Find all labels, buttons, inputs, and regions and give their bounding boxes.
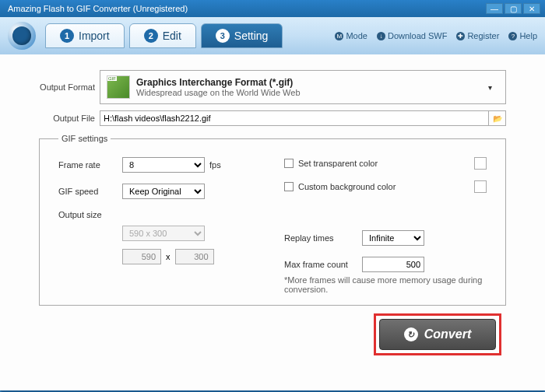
minimize-button[interactable]: — — [486, 3, 503, 14]
gif-speed-label: GIF speed — [58, 187, 122, 196]
width-input[interactable] — [122, 249, 161, 264]
format-desc: Widespread usage on the World Wide Web — [136, 88, 488, 97]
max-frame-input[interactable] — [362, 257, 424, 272]
flash-icon — [12, 26, 31, 45]
tab-strip: 1 Import 2 Edit 3 Setting — [45, 23, 283, 48]
transparent-color-swatch[interactable] — [474, 157, 487, 170]
output-format-selector[interactable]: Graphics Interchange Format (*.gif) Wide… — [100, 70, 506, 104]
transparent-checkbox[interactable] — [284, 159, 294, 168]
menu-register[interactable]: ✚Register — [456, 31, 499, 40]
tab-import[interactable]: 1 Import — [45, 23, 125, 48]
menu-mode[interactable]: MMode — [335, 31, 367, 40]
help-icon: ? — [508, 32, 517, 40]
tab-num-3: 3 — [216, 29, 230, 43]
content-area: Output Format Graphics Interchange Forma… — [0, 54, 545, 390]
output-file-field: 📂 — [100, 110, 506, 126]
convert-highlight: ↻ Convert — [374, 313, 501, 355]
convert-label: Convert — [424, 327, 471, 341]
replay-times-select[interactable]: Infinite — [362, 230, 424, 246]
menu-help[interactable]: ?Help — [508, 31, 537, 40]
custom-bg-checkbox[interactable] — [284, 182, 294, 191]
output-file-input[interactable] — [100, 111, 488, 125]
tab-num-1: 1 — [60, 29, 74, 43]
app-window: Amazing Flash to GIF Converter (Unregist… — [0, 0, 545, 392]
tab-label-import: Import — [79, 30, 110, 42]
tab-setting[interactable]: 3 Setting — [201, 23, 283, 48]
max-frame-label: Max frame count — [284, 260, 362, 269]
menu-right: MMode ↓Download SWF ✚Register ?Help — [335, 31, 537, 40]
custom-bg-color-swatch[interactable] — [474, 180, 487, 193]
fps-unit: fps — [209, 160, 221, 170]
output-size-label: Output size — [58, 210, 122, 219]
frame-rate-label: Frame rate — [58, 160, 122, 170]
output-size-select[interactable]: 590 x 300 — [122, 226, 205, 241]
maximize-button[interactable]: ▢ — [505, 3, 522, 14]
tab-label-edit: Edit — [163, 30, 181, 42]
gif-settings-group: GIF settings Frame rate 8 fps GIF speed … — [39, 134, 506, 306]
max-frame-note: *More frames will cause more memory usag… — [284, 275, 487, 294]
output-format-label: Output Format — [39, 82, 100, 92]
convert-icon: ↻ — [404, 327, 418, 341]
tab-label-setting: Setting — [234, 30, 269, 42]
download-icon: ↓ — [377, 32, 385, 40]
convert-button[interactable]: ↻ Convert — [379, 319, 496, 350]
close-button[interactable]: ✕ — [523, 3, 540, 14]
mode-icon: M — [335, 32, 343, 40]
tab-edit[interactable]: 2 Edit — [129, 23, 196, 48]
height-input[interactable] — [175, 249, 214, 264]
tab-num-2: 2 — [144, 29, 158, 43]
menu-download-swf[interactable]: ↓Download SWF — [377, 31, 447, 40]
window-title: Amazing Flash to GIF Converter (Unregist… — [8, 4, 484, 13]
register-icon: ✚ — [456, 32, 465, 40]
custom-bg-label: Custom background color — [298, 182, 396, 191]
gif-format-icon — [107, 75, 130, 99]
header-bar: 1 Import 2 Edit 3 Setting MMode ↓Downloa… — [0, 17, 545, 54]
format-title: Graphics Interchange Format (*.gif) — [136, 77, 488, 88]
transparent-label: Set transparent color — [298, 159, 378, 168]
titlebar: Amazing Flash to GIF Converter (Unregist… — [0, 0, 545, 17]
app-logo — [8, 22, 36, 50]
browse-button[interactable]: 📂 — [488, 111, 505, 125]
chevron-down-icon: ▾ — [488, 83, 499, 92]
gif-settings-legend: GIF settings — [58, 134, 111, 143]
output-file-label: Output File — [39, 114, 100, 123]
gif-speed-select[interactable]: Keep Original — [122, 184, 205, 199]
dimension-x: x — [166, 252, 171, 261]
frame-rate-select[interactable]: 8 — [122, 157, 205, 173]
replay-times-label: Replay times — [284, 233, 362, 243]
